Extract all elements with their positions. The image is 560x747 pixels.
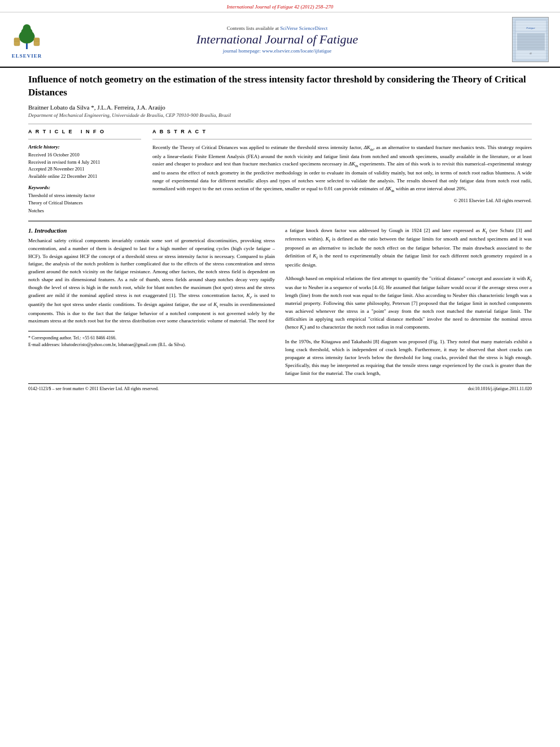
body-columns: 1. Introduction Mechanical safety critic…	[28, 227, 532, 378]
intro-paragraph-4: In the 1970s, the Kitagawa and Takahashi…	[285, 338, 532, 378]
bottom-info-bar: 0142-1123/$ – see front matter © 2011 El…	[28, 383, 532, 391]
footnote-corresponding: * Corresponding author. Tel.: +55 61 846…	[28, 335, 275, 342]
copyright-text: © 2011 Elsevier Ltd. All rights reserved…	[152, 198, 532, 203]
delta-k-symbol-3: ΔK	[385, 186, 391, 191]
abstract-heading: A B S T R A C T	[152, 129, 532, 134]
journal-cover-image: Fatigue 42	[512, 17, 549, 62]
section-1-title: 1. Introduction	[28, 227, 275, 234]
svg-rect-14	[517, 33, 545, 50]
cover-svg: Fatigue 42	[513, 18, 549, 62]
rule-after-affiliation	[28, 124, 532, 124]
authors: Braitner Lobato da Silva *, J.L.A. Ferre…	[28, 104, 532, 111]
intro-paragraph-3: Although based on empirical relations th…	[285, 275, 532, 332]
svg-rect-10	[513, 18, 549, 62]
abstract-col: A B S T R A C T Recently the Theory of C…	[152, 129, 532, 215]
journal-center-block: Contents lists available at SciVerse Sci…	[42, 25, 512, 54]
article-info-abstract-cols: A R T I C L E I N F O Article history: R…	[28, 129, 532, 215]
article-title: Influence of notch geometry on the estim…	[28, 73, 532, 99]
keywords-label: Keywords:	[28, 185, 141, 190]
intro-paragraph-1: Mechanical safety critical components in…	[28, 237, 275, 326]
sciverse-text: Contents lists available at SciVerse Sci…	[42, 25, 512, 31]
affiliation: Department of Mechanical Engineering, Un…	[28, 112, 532, 118]
available-date: Available online 22 December 2011	[28, 173, 141, 180]
delta-k-symbol-2: ΔK	[349, 161, 355, 167]
article-history-label: Article history:	[28, 144, 141, 150]
revised-date: Received in revised form 4 July 2011	[28, 159, 141, 166]
journal-reference: International Journal of Fatigue 42 (201…	[227, 4, 333, 10]
keyword-2: Theory of Critical Distances	[28, 199, 141, 207]
rule-abstract	[152, 139, 532, 139]
journal-title: International Journal of Fatigue	[42, 32, 512, 47]
article-info-col: A R T I C L E I N F O Article history: R…	[28, 129, 141, 215]
svg-text:Fatigue: Fatigue	[526, 27, 535, 29]
elsevier-logo-block: ELSEVIER	[11, 21, 42, 59]
body-right-col: a fatigue knock down factor was addresse…	[285, 227, 532, 378]
svg-rect-7	[34, 38, 40, 46]
intro-paragraph-2: a fatigue knock down factor was addresse…	[285, 227, 532, 269]
bottom-doi: doi:10.1016/j.ijfatigue.2011.11.020	[468, 386, 532, 391]
delta-k-symbol: ΔK	[364, 145, 370, 150]
footnote-email: E-mail addresses: lobatodecristo@yahoo.c…	[28, 342, 275, 348]
svg-rect-11	[515, 20, 546, 60]
keyword-1: Threshold of stress intensity factor	[28, 192, 141, 200]
elsevier-label: ELSEVIER	[12, 53, 42, 59]
body-left-col: 1. Introduction Mechanical safety critic…	[28, 227, 275, 378]
svg-rect-4	[14, 38, 20, 46]
sciverse-link[interactable]: SciVerse ScienceDirect	[280, 25, 327, 31]
abstract-text: Recently the Theory of Critical Distance…	[152, 144, 532, 194]
svg-point-3	[23, 24, 31, 32]
footnote-rule	[28, 331, 115, 331]
body-rule	[28, 221, 532, 221]
keyword-3: Notches	[28, 207, 141, 215]
article-info-heading: A R T I C L E I N F O	[28, 129, 141, 134]
received-date: Received 16 October 2010	[28, 151, 141, 159]
journal-header: ELSEVIER Contents lists available at Sci…	[0, 12, 560, 68]
bottom-license-text: 0142-1123/$ – see front matter © 2011 El…	[28, 386, 159, 391]
elsevier-tree-icon	[11, 21, 42, 52]
article-container: Influence of notch geometry on the estim…	[0, 68, 560, 403]
accepted-date: Accepted 28 November 2011	[28, 165, 141, 173]
svg-text:42: 42	[530, 52, 532, 55]
rule-article-info	[28, 139, 141, 139]
top-bar: International Journal of Fatigue 42 (201…	[0, 0, 560, 12]
homepage-text: journal homepage: www.elsevier.com/locat…	[42, 48, 512, 54]
